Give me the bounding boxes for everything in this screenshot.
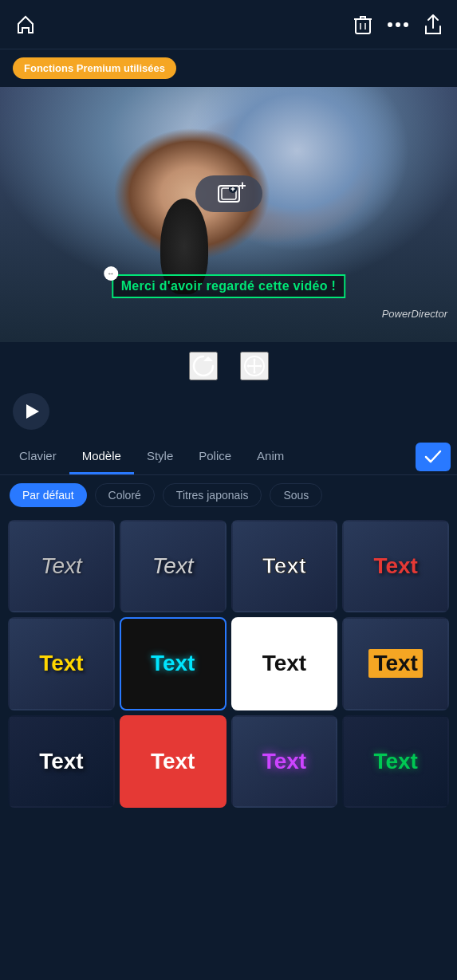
text-style-2[interactable]: Text bbox=[120, 520, 227, 612]
premium-badge-wrapper: Fonctions Premium utilisées bbox=[0, 49, 457, 87]
tab-anim[interactable]: Anim bbox=[244, 439, 297, 474]
text-style-1[interactable]: Text bbox=[8, 520, 115, 612]
premium-badge: Fonctions Premium utilisées bbox=[13, 57, 176, 79]
add-clip-icon bbox=[218, 185, 240, 203]
svg-point-2 bbox=[396, 22, 400, 27]
more-options-icon bbox=[387, 22, 409, 28]
confirm-checkmark-icon bbox=[424, 450, 442, 464]
delete-icon bbox=[353, 14, 372, 36]
chip-colore[interactable]: Coloré bbox=[95, 483, 155, 507]
text-style-12-label: Text bbox=[373, 749, 418, 774]
tabs-scroll-container: Clavier Modèle Style Police Anim bbox=[6, 439, 411, 474]
tab-style[interactable]: Style bbox=[134, 439, 186, 474]
subtitle-drag-handle: ↔ bbox=[104, 266, 118, 281]
text-style-3[interactable]: Text bbox=[231, 520, 338, 612]
rotate-icon bbox=[191, 353, 216, 379]
text-style-11[interactable]: Text bbox=[231, 715, 338, 808]
text-style-grid: Text Text Text Text Text Text Text Text … bbox=[0, 515, 457, 816]
text-style-2-label: Text bbox=[152, 553, 194, 579]
subtitle-text-box: Merci d'avoir regardé cette vidéo ! bbox=[112, 274, 346, 298]
confirm-button[interactable] bbox=[416, 443, 451, 471]
playback-row bbox=[0, 387, 457, 439]
move-button[interactable] bbox=[240, 352, 269, 380]
text-style-11-label: Text bbox=[262, 749, 307, 774]
text-style-7-label: Text bbox=[262, 651, 307, 676]
add-media-icon bbox=[221, 187, 237, 200]
svg-rect-0 bbox=[356, 19, 370, 33]
home-button[interactable] bbox=[14, 14, 37, 36]
top-bar bbox=[0, 0, 457, 49]
svg-point-3 bbox=[404, 22, 408, 27]
text-style-10[interactable]: Text bbox=[120, 715, 227, 808]
chip-par-defaut[interactable]: Par défaut bbox=[10, 483, 87, 507]
text-style-6-label: Text bbox=[151, 651, 195, 676]
delete-button[interactable] bbox=[353, 14, 372, 36]
subtitle-overlay[interactable]: ↔ Merci d'avoir regardé cette vidéo ! bbox=[112, 274, 346, 298]
tab-clavier[interactable]: Clavier bbox=[6, 439, 69, 474]
svg-point-1 bbox=[388, 22, 392, 27]
video-edit-controls bbox=[0, 342, 457, 387]
text-style-8-label: Text bbox=[368, 649, 423, 678]
text-style-10-label: Text bbox=[151, 749, 195, 774]
share-icon bbox=[424, 14, 443, 36]
play-button[interactable] bbox=[13, 393, 49, 430]
chip-titres-japonais[interactable]: Titres japonais bbox=[163, 483, 262, 507]
share-button[interactable] bbox=[424, 14, 443, 36]
move-icon bbox=[242, 353, 267, 379]
text-style-3-label: Text bbox=[262, 553, 307, 579]
add-clip-button[interactable] bbox=[195, 175, 262, 212]
top-bar-actions bbox=[353, 14, 443, 36]
text-style-8[interactable]: Text bbox=[342, 617, 449, 710]
text-style-6[interactable]: Text bbox=[120, 617, 227, 710]
text-style-5[interactable]: Text bbox=[8, 617, 115, 710]
tab-police[interactable]: Police bbox=[186, 439, 244, 474]
more-options-button[interactable] bbox=[387, 22, 409, 28]
watermark-text: PowerDirector bbox=[382, 308, 447, 320]
text-style-5-label: Text bbox=[39, 651, 84, 676]
play-icon bbox=[26, 404, 39, 419]
tab-modele[interactable]: Modèle bbox=[69, 439, 134, 474]
filter-chips-row: Par défaut Coloré Titres japonais Sous bbox=[0, 475, 457, 515]
text-style-9[interactable]: Text bbox=[8, 715, 115, 808]
text-style-4-label: Text bbox=[373, 553, 418, 579]
text-style-4[interactable]: Text bbox=[342, 520, 449, 612]
chip-sous[interactable]: Sous bbox=[270, 483, 322, 507]
tabs-bar: Clavier Modèle Style Police Anim bbox=[0, 439, 457, 475]
video-preview-area: ↔ Merci d'avoir regardé cette vidéo ! Po… bbox=[0, 87, 457, 342]
text-style-7[interactable]: Text bbox=[231, 617, 338, 710]
text-style-1-label: Text bbox=[41, 553, 82, 579]
rotate-button[interactable] bbox=[189, 352, 218, 380]
text-style-12[interactable]: Text bbox=[342, 715, 449, 808]
home-icon bbox=[14, 14, 37, 36]
video-thumbnail bbox=[0, 87, 457, 342]
text-style-9-label: Text bbox=[39, 749, 84, 774]
video-face-area bbox=[0, 87, 457, 342]
